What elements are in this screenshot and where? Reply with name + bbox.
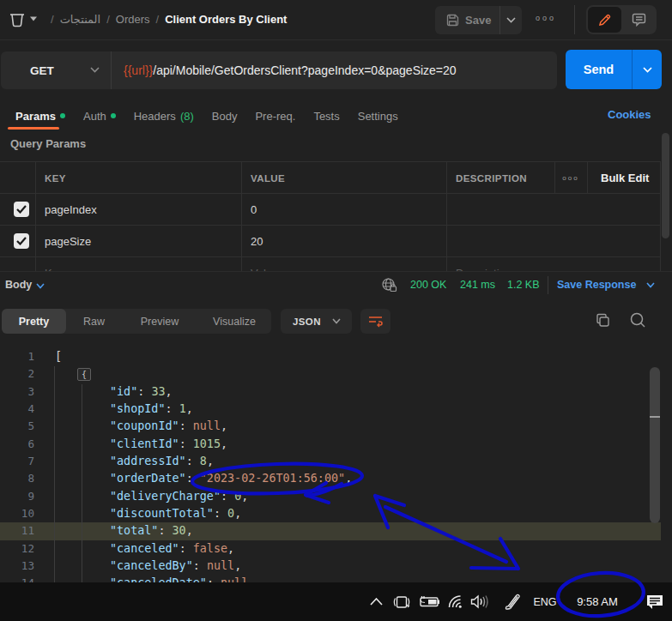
query-params-title: Query Params [10,137,86,150]
app-header: /المنتجات/Orders/Client Orders By Client… [0,0,672,40]
line-number: 10 [0,505,34,522]
collection-caret-icon[interactable] [29,15,38,22]
param-cell[interactable]: 20 [251,226,263,257]
send-caret-button[interactable] [633,50,662,89]
params-menu-button[interactable]: ooo [554,162,587,194]
view-tab-raw[interactable]: Raw [66,309,122,334]
tray-wifi[interactable] [445,582,466,621]
param-row: pageSize20 [0,226,661,257]
network-globe-icon[interactable] [381,277,397,293]
tab-params[interactable]: Params [15,103,65,129]
param-cell[interactable]: Value [251,257,278,271]
tab-prereq[interactable]: Pre-req. [255,103,295,129]
params-scrollbar[interactable] [662,133,669,238]
send-button-label[interactable]: Send [566,50,632,89]
breadcrumb-item[interactable]: Client Orders By Client [165,13,287,26]
code-line-2: 2{ [0,365,661,383]
code-line-1: 1[ [0,348,661,365]
view-tab-preview[interactable]: Preview [122,309,197,334]
bulk-edit-button[interactable]: Bulk Edit [601,162,649,194]
collection-icon[interactable] [8,10,27,29]
line-number: 13 [0,558,34,575]
params-header-row: KEY VALUE DESCRIPTION ooo Bulk Edit [0,162,661,194]
tab-label: Params [15,110,56,123]
format-caret-icon [332,318,341,324]
tab-settings[interactable]: Settings [358,103,398,129]
save-button-group[interactable]: Save [435,6,522,34]
response-body-dropdown[interactable]: Body [5,279,32,291]
line-number: 5 [0,418,34,435]
tablet-mode-icon [392,594,411,610]
view-tab-visualize[interactable]: Visualize [197,309,271,334]
edit-mode-button[interactable] [588,7,621,33]
view-tab-pretty[interactable]: Pretty [2,309,66,334]
comment-button[interactable] [623,7,655,33]
save-button[interactable]: Save [435,6,499,34]
code-line-5: 5"couponId": null, [0,418,661,435]
code-line-6: 6"clientId": 1015, [0,436,661,453]
code-line-3: 3"id": 33, [0,383,661,401]
param-row: pageIndex0 [0,194,661,226]
tab-label: Settings [358,110,398,123]
edit-comment-toggle [586,5,657,34]
param-checkbox[interactable] [14,202,29,217]
url-input[interactable]: {{url}}/api/Mobile/GetOrdersClient?pageI… [112,63,457,77]
modified-dot [111,113,116,118]
tab-headers[interactable]: Headers(8) [134,103,194,129]
line-number: 3 [0,383,34,401]
fold-widget[interactable]: { [77,368,91,381]
column-key: KEY [45,162,66,194]
line-number: 1 [0,348,34,365]
search-icon[interactable] [629,311,647,329]
request-url-bar: GET {{url}}/api/Mobile/GetOrdersClient?p… [1,51,557,89]
save-caret-button[interactable] [500,17,522,23]
send-button[interactable]: Send [566,50,662,89]
indent-guide [82,384,82,582]
tray-expand-button[interactable] [368,582,384,621]
code-line-12: 12"canceled": false, [0,540,661,558]
param-cell[interactable]: Key [45,257,64,271]
code-line-4: 4"shopId": 1, [0,401,661,418]
format-dropdown[interactable]: JSON [281,309,352,334]
method-caret-icon [90,67,100,73]
tab-tests[interactable]: Tests [313,103,339,129]
param-cell[interactable]: Description [456,257,512,271]
tab-auth[interactable]: Auth [83,103,116,129]
header-divider [574,5,575,34]
tab-label: Pre-req. [255,110,295,123]
tray-pen[interactable] [500,582,522,621]
tray-clock[interactable]: 9:58 AM [569,582,626,621]
save-response-button[interactable]: Save Response [557,279,636,291]
pen-icon [501,593,522,611]
indent-guide [54,366,55,582]
response-scrollbar[interactable] [650,367,660,523]
param-cell[interactable]: 0 [251,194,257,226]
line-number: 4 [0,401,34,418]
method-label: GET [1,64,54,77]
copy-icon[interactable] [595,312,611,329]
tray-action-center[interactable] [644,582,666,621]
breadcrumb-item[interactable]: المنتجات [60,13,101,26]
code-line-11: 11"total": 30, [0,522,661,540]
status-badge[interactable]: 200 OK [410,279,446,291]
method-selector[interactable]: GET [1,51,112,89]
tab-body[interactable]: Body [212,103,238,129]
param-checkbox[interactable] [14,233,29,249]
tray-volume[interactable] [469,582,493,621]
response-time-badge[interactable]: 241 ms [460,279,495,291]
tray-language[interactable]: ENG [530,582,560,621]
breadcrumb-item[interactable]: Orders [116,13,150,26]
cookies-link[interactable]: Cookies [608,108,651,121]
save-response-caret-icon[interactable] [646,282,655,288]
param-cell[interactable]: pageIndex [45,194,97,226]
param-cell[interactable]: pageSize [45,226,91,257]
table-divider [241,162,242,271]
tray-tablet-mode[interactable] [392,582,411,621]
response-size-badge[interactable]: 1.2 KB [507,279,540,291]
tray-battery[interactable] [417,582,440,621]
wrap-text-button[interactable] [360,309,390,334]
more-actions-button[interactable]: ooo [536,14,556,22]
line-number: 9 [0,488,34,505]
response-view-tabs: PrettyRawPreviewVisualize [2,309,271,334]
tab-label: Body [212,110,238,123]
